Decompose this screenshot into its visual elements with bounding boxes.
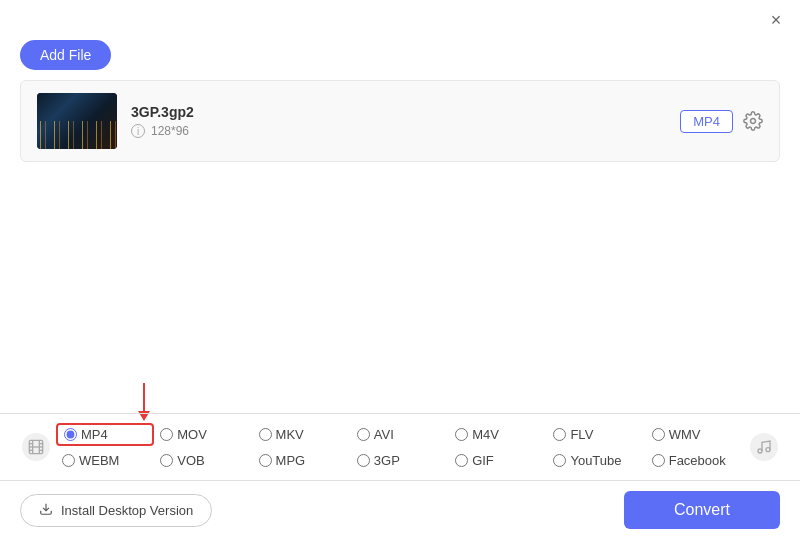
format-section: MP4 MOV MKV AVI M4V FLV [0,413,800,539]
format-grid: MP4 MOV MKV AVI M4V FLV [56,415,744,479]
radio-mkv[interactable] [259,428,272,441]
format-label-mp4: MP4 [81,427,108,442]
settings-icon-button[interactable] [743,111,763,131]
format-option-mpg[interactable]: MPG [253,450,351,471]
format-option-youtube[interactable]: YouTube [547,450,645,471]
radio-facebook[interactable] [652,454,665,467]
format-tabs-bar: MP4 MOV MKV AVI M4V FLV [0,413,800,480]
radio-vob[interactable] [160,454,173,467]
format-label-youtube: YouTube [570,453,621,468]
format-label-m4v: M4V [472,427,499,442]
format-label-mov: MOV [177,427,207,442]
format-label-vob: VOB [177,453,204,468]
format-option-facebook[interactable]: Facebook [646,450,744,471]
toolbar: Add File [0,36,800,80]
format-option-wmv[interactable]: WMV [646,423,744,446]
format-option-gif[interactable]: GIF [449,450,547,471]
format-label-flv: FLV [570,427,593,442]
download-icon [39,502,53,519]
file-info: 3GP.3gp2 i 128*96 [131,104,666,138]
svg-point-9 [758,449,762,453]
file-item: 3GP.3gp2 i 128*96 MP4 [21,81,779,161]
format-option-flv[interactable]: FLV [547,423,645,446]
svg-point-10 [766,448,770,452]
radio-gif[interactable] [455,454,468,467]
title-bar: × [0,0,800,36]
format-label-3gp: 3GP [374,453,400,468]
format-label-avi: AVI [374,427,394,442]
convert-button[interactable]: Convert [624,491,780,529]
install-label: Install Desktop Version [61,503,193,518]
close-button[interactable]: × [764,8,788,32]
file-dimensions: 128*96 [151,124,189,138]
radio-m4v[interactable] [455,428,468,441]
music-icon [750,433,778,461]
radio-avi[interactable] [357,428,370,441]
format-label-wmv: WMV [669,427,701,442]
radio-flv[interactable] [553,428,566,441]
audio-tab-icon[interactable] [744,414,784,480]
svg-point-0 [751,119,756,124]
file-thumbnail [37,93,117,149]
radio-webm[interactable] [62,454,75,467]
file-list: 3GP.3gp2 i 128*96 MP4 [20,80,780,162]
file-actions: MP4 [680,110,763,133]
radio-mov[interactable] [160,428,173,441]
video-tab-icon[interactable] [16,414,56,480]
format-option-mov[interactable]: MOV [154,423,252,446]
format-label-facebook: Facebook [669,453,726,468]
gear-icon [743,111,763,131]
format-option-mkv[interactable]: MKV [253,423,351,446]
file-meta: i 128*96 [131,124,666,138]
format-option-webm[interactable]: WEBM [56,450,154,471]
info-icon: i [131,124,145,138]
format-option-avi[interactable]: AVI [351,423,449,446]
format-option-3gp[interactable]: 3GP [351,450,449,471]
arrow-shaft [143,383,145,411]
add-file-button[interactable]: Add File [20,40,111,70]
film-icon [22,433,50,461]
format-label-mkv: MKV [276,427,304,442]
radio-mpg[interactable] [259,454,272,467]
radio-youtube[interactable] [553,454,566,467]
bottom-bar: Install Desktop Version Convert [0,480,800,539]
radio-3gp[interactable] [357,454,370,467]
format-option-m4v[interactable]: M4V [449,423,547,446]
file-name: 3GP.3gp2 [131,104,666,120]
format-label-gif: GIF [472,453,494,468]
radio-wmv[interactable] [652,428,665,441]
format-label-webm: WEBM [79,453,119,468]
format-badge-button[interactable]: MP4 [680,110,733,133]
format-option-mp4[interactable]: MP4 [56,423,154,446]
radio-mp4[interactable] [64,428,77,441]
install-button[interactable]: Install Desktop Version [20,494,212,527]
format-option-vob[interactable]: VOB [154,450,252,471]
format-label-mpg: MPG [276,453,306,468]
